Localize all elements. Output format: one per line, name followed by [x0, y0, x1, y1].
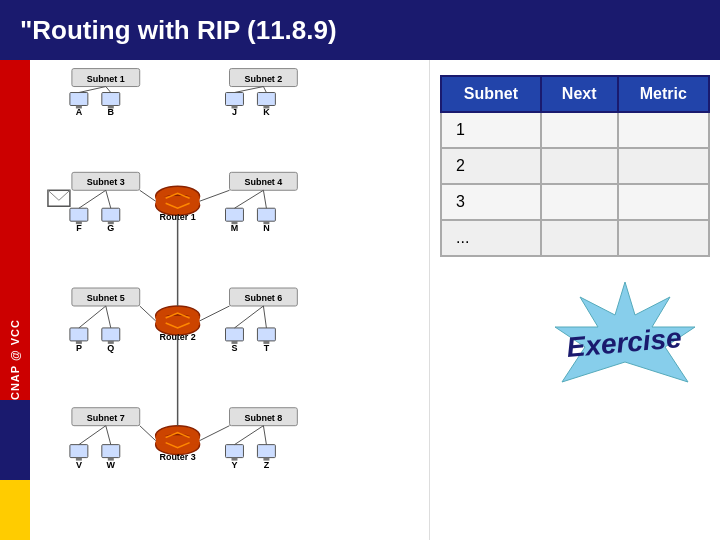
col-header-next: Next — [541, 76, 618, 112]
svg-rect-32 — [108, 221, 114, 224]
svg-line-95 — [140, 190, 156, 201]
svg-rect-53 — [76, 458, 82, 461]
svg-rect-66 — [156, 196, 200, 205]
svg-line-79 — [234, 87, 263, 93]
svg-point-68 — [156, 306, 200, 326]
title-bar: "Routing with RIP (11.8.9) — [0, 0, 720, 60]
row4-next — [541, 220, 618, 256]
row4-subnet: ... — [441, 220, 541, 256]
svg-line-97 — [140, 306, 156, 321]
svg-rect-6 — [230, 172, 298, 190]
exercise-burst-svg: Exercise — [540, 277, 710, 397]
svg-rect-47 — [231, 341, 237, 344]
svg-line-92 — [263, 426, 266, 445]
svg-rect-29 — [76, 221, 82, 224]
svg-rect-28 — [70, 208, 88, 221]
table-row: 2 — [441, 148, 709, 184]
svg-text:J: J — [232, 107, 237, 117]
svg-rect-55 — [102, 445, 120, 458]
svg-rect-10 — [230, 288, 298, 306]
svg-text:Subnet 6: Subnet 6 — [244, 293, 282, 303]
table-row: 3 — [441, 184, 709, 220]
row2-next — [541, 148, 618, 184]
svg-rect-40 — [70, 328, 88, 341]
svg-rect-23 — [231, 105, 237, 108]
svg-rect-41 — [76, 341, 82, 344]
row1-subnet: 1 — [441, 112, 541, 148]
svg-rect-20 — [108, 105, 114, 108]
svg-rect-16 — [70, 93, 88, 106]
svg-text:Subnet 5: Subnet 5 — [87, 293, 125, 303]
svg-point-65 — [156, 195, 200, 215]
svg-rect-49 — [257, 328, 275, 341]
svg-rect-70 — [156, 316, 200, 325]
svg-line-99 — [140, 426, 156, 441]
svg-line-83 — [234, 190, 263, 208]
svg-line-100 — [200, 426, 230, 441]
svg-text:V: V — [76, 460, 82, 470]
svg-text:G: G — [107, 223, 114, 233]
svg-text:T: T — [264, 343, 270, 353]
svg-text:Z: Z — [264, 460, 270, 470]
svg-point-73 — [156, 435, 200, 455]
svg-rect-46 — [226, 328, 244, 341]
svg-text:Router 2: Router 2 — [159, 332, 195, 342]
svg-rect-31 — [102, 208, 120, 221]
row2-metric — [618, 148, 709, 184]
svg-line-87 — [234, 306, 263, 328]
svg-rect-50 — [263, 341, 269, 344]
svg-text:S: S — [231, 343, 237, 353]
svg-text:W: W — [107, 460, 116, 470]
svg-rect-35 — [231, 221, 237, 224]
svg-text:Q: Q — [107, 343, 114, 353]
svg-text:Subnet 8: Subnet 8 — [244, 413, 282, 423]
network-diagram: Subnet 1 Subnet 2 Subnet 3 Subnet 4 Subn… — [30, 60, 430, 540]
svg-rect-74 — [156, 436, 200, 445]
svg-line-81 — [79, 190, 106, 208]
svg-rect-4 — [72, 172, 140, 190]
svg-point-64 — [156, 186, 200, 206]
svg-point-72 — [156, 426, 200, 446]
routing-table: Subnet Next Metric 1 2 3 — [440, 75, 710, 257]
svg-text:A: A — [76, 107, 83, 117]
svg-rect-25 — [257, 93, 275, 106]
svg-line-85 — [79, 306, 106, 328]
table-area: Subnet Next Metric 1 2 3 — [430, 60, 720, 540]
svg-line-77 — [79, 87, 106, 93]
svg-line-96 — [200, 190, 230, 201]
svg-line-86 — [106, 306, 111, 328]
svg-text:Subnet 4: Subnet 4 — [244, 177, 282, 187]
exercise-container: Exercise — [440, 277, 710, 397]
table-row: 1 — [441, 112, 709, 148]
svg-line-82 — [106, 190, 111, 208]
row1-next — [541, 112, 618, 148]
svg-rect-0 — [72, 69, 140, 87]
svg-text:Subnet 3: Subnet 3 — [87, 177, 125, 187]
svg-rect-58 — [226, 445, 244, 458]
page-title: "Routing with RIP (11.8.9) — [20, 15, 337, 46]
svg-rect-38 — [263, 221, 269, 224]
svg-point-69 — [156, 315, 200, 335]
svg-rect-2 — [230, 69, 298, 87]
svg-rect-56 — [108, 458, 114, 461]
svg-text:M: M — [231, 223, 238, 233]
svg-rect-34 — [226, 208, 244, 221]
col-header-metric: Metric — [618, 76, 709, 112]
svg-rect-62 — [263, 458, 269, 461]
svg-text:K: K — [263, 107, 270, 117]
svg-line-89 — [79, 426, 106, 445]
svg-line-98 — [200, 306, 230, 321]
svg-line-90 — [106, 426, 111, 445]
row1-metric — [618, 112, 709, 148]
svg-rect-43 — [102, 328, 120, 341]
svg-text:N: N — [263, 223, 269, 233]
svg-line-78 — [106, 87, 111, 93]
svg-text:Subnet 1: Subnet 1 — [87, 74, 125, 84]
row3-subnet: 3 — [441, 184, 541, 220]
svg-text:Subnet 2: Subnet 2 — [244, 74, 282, 84]
svg-rect-52 — [70, 445, 88, 458]
svg-rect-44 — [108, 341, 114, 344]
row3-next — [541, 184, 618, 220]
svg-rect-37 — [257, 208, 275, 221]
svg-line-80 — [263, 87, 266, 93]
